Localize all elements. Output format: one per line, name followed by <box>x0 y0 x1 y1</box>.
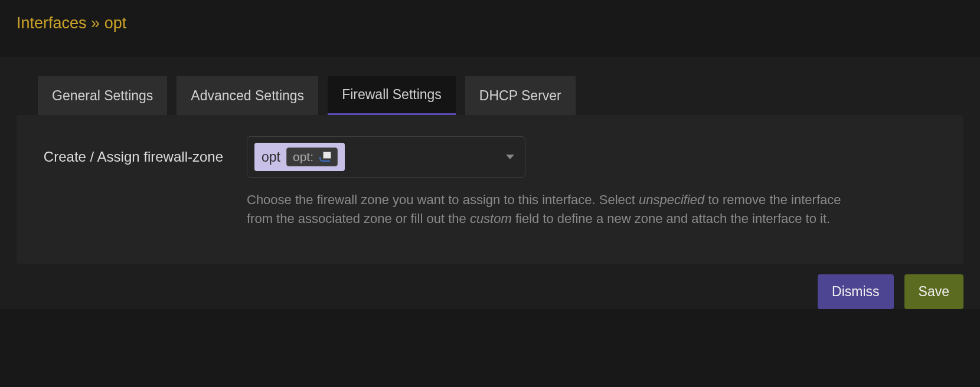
zone-interface-label: opt: <box>293 150 313 164</box>
zone-label: Create / Assign firewall-zone <box>40 136 223 168</box>
breadcrumb-separator: » <box>91 14 100 32</box>
chevron-down-icon <box>506 155 514 159</box>
save-button[interactable]: Save <box>904 274 963 309</box>
breadcrumb: Interfaces » opt <box>17 14 963 32</box>
tab-bar: General Settings Advanced Settings Firew… <box>0 57 980 115</box>
network-port-icon <box>319 152 331 162</box>
zone-interface-chip: opt: <box>286 147 338 166</box>
help-text-part: Choose the firewall zone you want to ass… <box>247 192 639 207</box>
help-text-em-custom: custom <box>470 211 512 226</box>
zone-chip: opt opt: <box>254 143 345 171</box>
tab-advanced-settings[interactable]: Advanced Settings <box>177 76 318 115</box>
zone-help-text: Choose the firewall zone you want to ass… <box>247 191 855 228</box>
dismiss-button[interactable]: Dismiss <box>818 274 894 309</box>
tab-general-settings[interactable]: General Settings <box>38 76 167 115</box>
help-text-em-unspecified: unspecified <box>639 192 704 207</box>
breadcrumb-item: opt <box>104 14 127 32</box>
modal-footer: Dismiss Save <box>0 264 980 309</box>
help-text-part: field to define a new zone and attach th… <box>512 211 830 226</box>
modal: General Settings Advanced Settings Firew… <box>0 57 980 309</box>
tab-panel-firewall: Create / Assign firewall-zone opt opt: C… <box>17 115 963 264</box>
zone-name: opt <box>262 149 280 165</box>
tab-firewall-settings[interactable]: Firewall Settings <box>328 76 456 115</box>
zone-dropdown[interactable]: opt opt: <box>247 136 525 178</box>
tab-dhcp-server[interactable]: DHCP Server <box>465 76 576 115</box>
form-row-zone: Create / Assign firewall-zone opt opt: C… <box>40 136 940 228</box>
breadcrumb-section[interactable]: Interfaces <box>17 14 87 32</box>
